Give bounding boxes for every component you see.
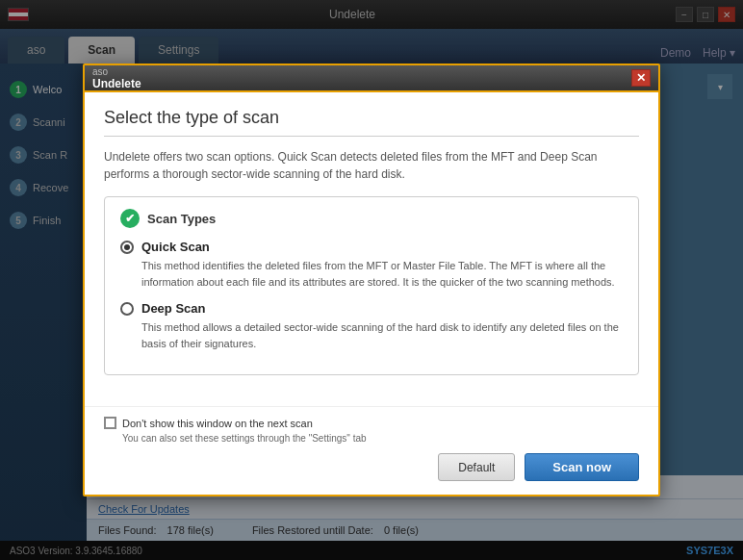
quick-scan-label[interactable]: Quick Scan [120,240,623,254]
modal-title-bar: aso Undelete ✕ [85,65,658,92]
modal-body: Select the type of scan Undelete offers … [85,92,658,406]
dont-show-checkbox[interactable] [104,417,116,429]
scan-types-label: Scan Types [147,212,216,226]
deep-scan-option: Deep Scan This method allows a detailed … [120,301,623,351]
scan-types-box: ✔ Scan Types Quick Scan This method iden… [104,196,639,375]
deep-scan-title: Deep Scan [141,301,205,316]
deep-scan-radio[interactable] [120,302,134,316]
modal-title: Undelete [92,77,141,90]
modal-footer: Don't show this window on the next scan … [85,406,658,495]
default-button[interactable]: Default [438,453,515,481]
modal-overlay: aso Undelete ✕ Select the type of scan U… [0,0,743,560]
deep-scan-label[interactable]: Deep Scan [120,301,623,316]
quick-scan-option: Quick Scan This method identifies the de… [120,240,623,290]
scan-types-check-icon: ✔ [120,209,140,228]
scan-now-button[interactable]: Scan now [525,453,639,481]
modal-heading: Select the type of scan [104,108,639,137]
modal-aso-label: aso [92,66,141,77]
quick-scan-title: Quick Scan [141,240,210,254]
deep-scan-description: This method allows a detailed sector-wid… [141,319,623,351]
quick-scan-description: This method identifies the deleted files… [141,258,623,290]
scan-types-header: ✔ Scan Types [120,209,623,228]
settings-hint: You can also set these settings through … [122,433,639,444]
quick-scan-radio[interactable] [120,241,134,254]
footer-buttons: Default Scan now [104,453,639,481]
modal-description: Undelete offers two scan options. Quick … [104,148,639,183]
dont-show-label: Don't show this window on the next scan [122,418,313,429]
modal-close-button[interactable]: ✕ [631,69,651,87]
app-window: Undelete − □ ✕ aso Scan Settings Demo He… [0,0,743,560]
checkbox-row: Don't show this window on the next scan [104,417,639,429]
modal-dialog: aso Undelete ✕ Select the type of scan U… [83,64,660,496]
